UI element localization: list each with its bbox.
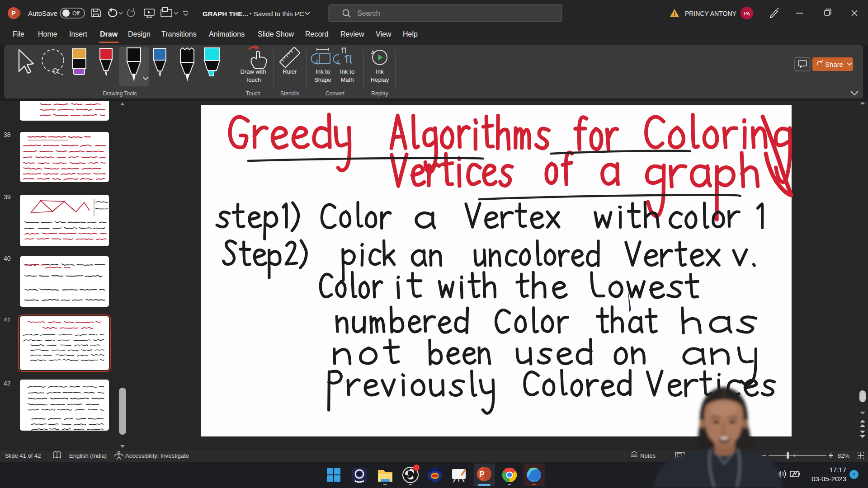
svg-text:82%: 82% (838, 452, 849, 459)
svg-text:17:17: 17:17 (829, 466, 846, 474)
svg-text:P: P (479, 470, 484, 479)
svg-text:Slide 41 of 42: Slide 41 of 42 (5, 452, 41, 459)
svg-text:Accessibility: Investigate: Accessibility: Investigate (125, 452, 189, 459)
svg-text:English (India): English (India) (69, 452, 107, 459)
svg-text:2: 2 (853, 472, 855, 477)
svg-text:03-05-2023: 03-05-2023 (811, 475, 846, 483)
